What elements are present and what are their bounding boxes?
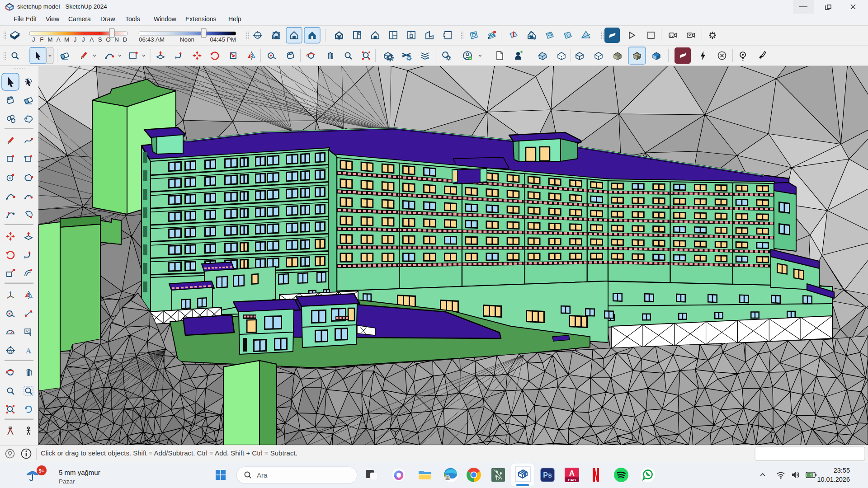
svg-text:06:43 AM: 06:43 AM (139, 36, 165, 43)
svg-text:A-B: A-B (9, 351, 12, 353)
svg-text:9+: 9+ (38, 468, 44, 474)
svg-text:Pazar: Pazar (59, 478, 75, 485)
svg-text:A-B: A-B (256, 36, 259, 38)
svg-text:J: J (32, 36, 35, 43)
svg-text:M: M (64, 36, 69, 43)
svg-text:C: C (257, 32, 259, 35)
svg-text:Ps: Ps (543, 471, 552, 479)
svg-text:S: S (98, 36, 102, 43)
svg-text:O: O (106, 36, 111, 43)
svg-text:M: M (47, 36, 52, 43)
svg-text:5 mm yağmur: 5 mm yağmur (59, 469, 100, 476)
svg-text:A: A (90, 36, 94, 43)
svg-text:A: A (26, 347, 31, 355)
svg-text:D: D (123, 36, 127, 43)
svg-text:Noon: Noon (180, 36, 194, 43)
svg-text:A: A (57, 36, 61, 43)
svg-text:F: F (40, 36, 43, 43)
svg-text:04:45 PM: 04:45 PM (210, 36, 236, 43)
svg-text:A: A (569, 469, 575, 478)
svg-text:Ara: Ara (257, 471, 268, 479)
svg-text:23:55: 23:55 (834, 467, 850, 474)
svg-text:10.01.2026: 10.01.2026 (817, 476, 850, 483)
svg-text:12: 12 (495, 476, 500, 481)
svg-text:J: J (82, 36, 85, 43)
svg-text:N: N (114, 36, 119, 43)
svg-text:A1: A1 (26, 329, 30, 333)
svg-text:J: J (74, 36, 77, 43)
svg-text:CAD: CAD (568, 478, 576, 482)
svg-text:C: C (9, 347, 11, 350)
